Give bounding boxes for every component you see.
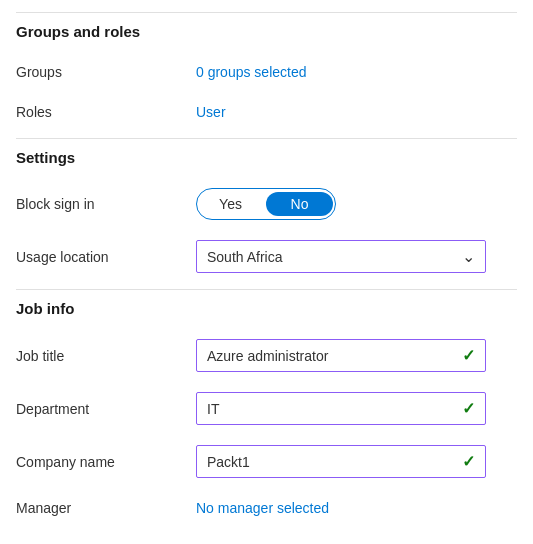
company-name-field[interactable]: Packt1 ✓	[196, 445, 486, 478]
roles-row: Roles User	[16, 92, 517, 132]
company-name-value: Packt1 ✓	[196, 445, 517, 478]
job-title-text: Azure administrator	[207, 348, 462, 364]
settings-title: Settings	[16, 138, 517, 174]
toggle-switch[interactable]: Yes No	[196, 188, 336, 220]
usage-location-text: South Africa	[207, 249, 283, 265]
job-title-row: Job title Azure administrator ✓	[16, 329, 517, 382]
usage-location-dropdown[interactable]: South Africa ⌄	[196, 240, 486, 273]
groups-link[interactable]: 0 groups selected	[196, 64, 307, 80]
chevron-down-icon: ⌄	[462, 247, 475, 266]
toggle-no[interactable]: No	[266, 192, 333, 216]
company-name-label: Company name	[16, 454, 196, 470]
department-text: IT	[207, 401, 462, 417]
usage-location-row: Usage location South Africa ⌄	[16, 230, 517, 283]
manager-value: No manager selected	[196, 500, 517, 516]
job-info-section: Job info Job title Azure administrator ✓…	[16, 289, 517, 528]
job-title-field[interactable]: Azure administrator ✓	[196, 339, 486, 372]
company-name-checkmark: ✓	[462, 452, 475, 471]
company-name-row: Company name Packt1 ✓	[16, 435, 517, 488]
groups-roles-title: Groups and roles	[16, 12, 517, 48]
groups-row: Groups 0 groups selected	[16, 52, 517, 92]
department-label: Department	[16, 401, 196, 417]
roles-link[interactable]: User	[196, 104, 226, 120]
company-name-text: Packt1	[207, 454, 462, 470]
groups-value: 0 groups selected	[196, 64, 517, 80]
groups-label: Groups	[16, 64, 196, 80]
block-sign-in-label: Block sign in	[16, 196, 196, 212]
job-title-checkmark: ✓	[462, 346, 475, 365]
department-field[interactable]: IT ✓	[196, 392, 486, 425]
department-row: Department IT ✓	[16, 382, 517, 435]
roles-label: Roles	[16, 104, 196, 120]
manager-label: Manager	[16, 500, 196, 516]
manager-row: Manager No manager selected	[16, 488, 517, 528]
usage-location-value: South Africa ⌄	[196, 240, 517, 273]
usage-location-label: Usage location	[16, 249, 196, 265]
job-title-label: Job title	[16, 348, 196, 364]
job-title-value: Azure administrator ✓	[196, 339, 517, 372]
settings-section: Settings Block sign in Yes No Usage loca…	[16, 138, 517, 283]
toggle-yes[interactable]: Yes	[197, 190, 264, 218]
groups-roles-section: Groups and roles Groups 0 groups selecte…	[16, 12, 517, 132]
block-sign-in-toggle-container: Yes No	[196, 188, 517, 220]
block-sign-in-row: Block sign in Yes No	[16, 178, 517, 230]
department-checkmark: ✓	[462, 399, 475, 418]
job-info-title: Job info	[16, 289, 517, 325]
roles-value: User	[196, 104, 517, 120]
department-value: IT ✓	[196, 392, 517, 425]
manager-link[interactable]: No manager selected	[196, 500, 329, 516]
